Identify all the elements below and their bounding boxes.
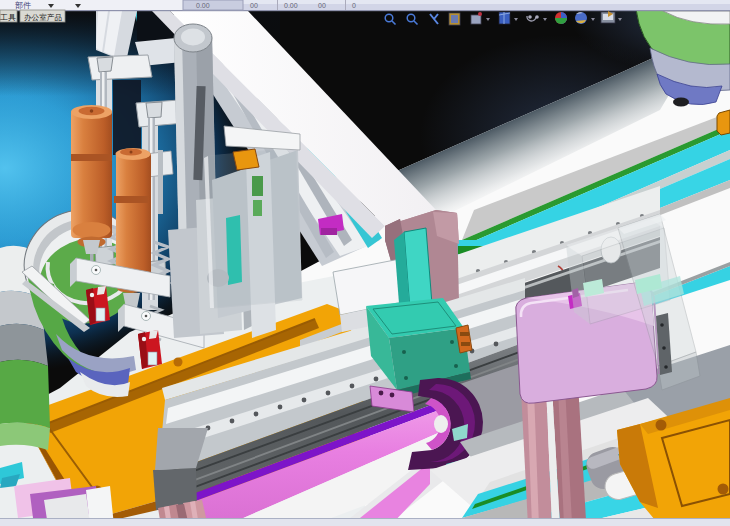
svg-text:工具: 工具 (0, 13, 16, 22)
svg-text:0.00: 0.00 (196, 2, 210, 9)
svg-text:0: 0 (352, 2, 356, 9)
svg-text:0.00: 0.00 (284, 2, 298, 9)
svg-text:00: 00 (250, 2, 258, 9)
svg-text:部件: 部件 (15, 1, 31, 10)
svg-text:办公室产品: 办公室产品 (24, 13, 62, 22)
svg-text:00: 00 (318, 2, 326, 9)
